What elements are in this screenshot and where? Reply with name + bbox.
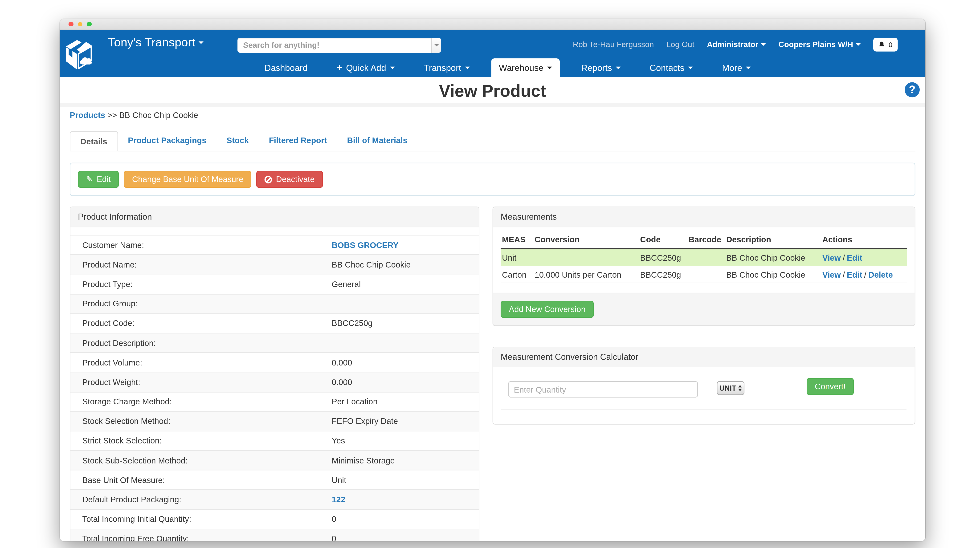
conversion-calculator-title: Measurement Conversion Calculator	[493, 347, 915, 367]
delete-link[interactable]: Delete	[868, 270, 893, 279]
col-header-meas: MEAS	[501, 235, 535, 244]
measurements-footer: Add New Conversion	[493, 293, 915, 326]
add-new-conversion-button[interactable]: Add New Conversion	[501, 301, 593, 318]
edit-link[interactable]: Edit	[847, 270, 862, 279]
info-label: Strict Stock Selection:	[82, 436, 332, 446]
info-row: Product Volume: 0.000	[70, 352, 479, 372]
view-link[interactable]: View	[822, 270, 841, 279]
action-separator: /	[843, 253, 845, 262]
edit-button[interactable]: ✎ Edit	[78, 171, 119, 188]
chevron-down-icon	[688, 67, 693, 69]
cell-meas: Unit	[501, 253, 535, 262]
cell-meas: Carton	[501, 270, 535, 279]
info-row: Product Code: BBCC250g	[70, 313, 479, 333]
col-header-conversion: Conversion	[535, 235, 640, 244]
menu-label: Warehouse	[499, 59, 544, 77]
breadcrumb-separator: >>	[107, 110, 117, 120]
info-value: BBCC250g	[332, 319, 479, 328]
breadcrumb-products-link[interactable]: Products	[70, 110, 105, 120]
unit-select[interactable]: UNIT	[717, 381, 745, 395]
notifications-button[interactable]: 0	[873, 38, 898, 52]
menu-item-contacts[interactable]: Contacts	[642, 59, 701, 77]
menu-item-transport[interactable]: Transport	[416, 59, 477, 77]
change-base-unit-label: Change Base Unit Of Measure	[132, 175, 243, 184]
menu-item-warehouse[interactable]: Warehouse	[492, 59, 560, 77]
col-header-actions: Actions	[822, 235, 907, 244]
info-label: Base Unit Of Measure:	[82, 475, 332, 484]
info-value: Minimise Storage	[332, 456, 479, 465]
info-label: Product Group:	[82, 299, 332, 308]
default-packaging-link[interactable]: 122	[332, 495, 345, 504]
info-row: Customer Name: BOBS GROCERY	[70, 235, 479, 254]
screen: Tony's Transport Rob Te-Hau Fergusson Lo…	[0, 0, 980, 548]
info-row: Product Group:	[70, 294, 479, 313]
search-input[interactable]	[237, 38, 431, 53]
menu-item-reports[interactable]: Reports	[574, 59, 628, 77]
product-information-title: Product Information	[70, 207, 479, 227]
col-header-code: Code	[640, 235, 688, 244]
brand-menu[interactable]: Tony's Transport	[108, 35, 204, 50]
change-base-unit-button[interactable]: Change Base Unit Of Measure	[124, 171, 251, 188]
col-header-description: Description	[726, 235, 822, 244]
warehouse-site-label: Coopers Plains W/H	[779, 40, 853, 49]
cell-conversion: 10.000 Units per Carton	[535, 270, 640, 279]
info-label: Default Product Packaging:	[82, 495, 332, 504]
deactivate-button[interactable]: Deactivate	[256, 171, 323, 188]
global-search	[237, 38, 441, 53]
cell-code: BBCC250g	[640, 253, 688, 262]
conversion-calculator-panel: Measurement Conversion Calculator UNIT C…	[493, 347, 915, 425]
chevron-down-icon	[434, 44, 439, 47]
tab-stock[interactable]: Stock	[216, 131, 259, 151]
select-arrows-icon	[738, 385, 742, 391]
convert-button[interactable]: Convert!	[807, 378, 854, 395]
minimize-window-button[interactable]	[78, 22, 82, 27]
info-label: Total Incoming Initial Quantity:	[82, 515, 332, 524]
quantity-input[interactable]	[508, 381, 698, 397]
menu-item-dashboard[interactable]: Dashboard	[257, 59, 315, 77]
tab-details[interactable]: Details	[70, 131, 118, 151]
menu-item-more[interactable]: More	[714, 59, 758, 77]
action-separator: /	[843, 270, 845, 279]
help-button[interactable]: ?	[905, 82, 920, 97]
edit-link[interactable]: Edit	[847, 253, 862, 262]
tab-filtered-report[interactable]: Filtered Report	[259, 131, 337, 151]
search-dropdown-button[interactable]	[431, 38, 441, 53]
chevron-down-icon	[616, 67, 621, 69]
page-content: View Product ? Products >> BB Choc Chip …	[60, 77, 925, 542]
warehouse-site-menu[interactable]: Coopers Plains W/H	[779, 40, 861, 49]
info-value: Unit	[332, 475, 479, 484]
close-window-button[interactable]	[68, 22, 73, 27]
role-menu[interactable]: Administrator	[707, 40, 766, 49]
tab-product-packagings[interactable]: Product Packagings	[118, 131, 216, 151]
info-value: FEFO Expiry Date	[332, 416, 479, 426]
top-navbar: Tony's Transport Rob Te-Hau Fergusson Lo…	[60, 30, 925, 77]
info-value: 0	[332, 515, 479, 524]
notification-count: 0	[889, 41, 892, 48]
measurement-row-carton: Carton 10.000 Units per Carton BBCC250g …	[501, 266, 907, 283]
brand-label: Tony's Transport	[108, 35, 195, 50]
view-link[interactable]: View	[822, 253, 841, 262]
menu-item-quick-add[interactable]: + Quick Add	[329, 59, 402, 77]
action-separator: /	[864, 270, 867, 279]
info-row: Product Description:	[70, 333, 479, 352]
breadcrumb-current: BB Choc Chip Cookie	[119, 110, 198, 120]
customer-link[interactable]: BOBS GROCERY	[332, 240, 399, 249]
cell-description: BB Choc Chip Cookie	[726, 253, 822, 262]
info-label: Stock Sub-Selection Method:	[82, 456, 332, 465]
menu-label: Reports	[581, 59, 612, 77]
title-divider	[60, 103, 925, 107]
main-menu: Dashboard + Quick Add Transport Warehous…	[257, 59, 759, 77]
unit-select-value: UNIT	[719, 384, 737, 392]
info-row: Default Product Packaging: 122	[70, 489, 479, 509]
info-row: Storage Charge Method: Per Location	[70, 392, 479, 411]
info-value: Per Location	[332, 397, 479, 407]
col-header-barcode: Barcode	[689, 235, 726, 244]
info-row: Base Unit Of Measure: Unit	[70, 470, 479, 489]
logout-link[interactable]: Log Out	[667, 40, 694, 49]
chevron-down-icon	[746, 67, 751, 69]
info-row: Total Incoming Initial Quantity: 0	[70, 509, 479, 529]
actions-toolbar: ✎ Edit Change Base Unit Of Measure Deact…	[70, 163, 915, 196]
zoom-window-button[interactable]	[87, 22, 91, 27]
tab-bill-of-materials[interactable]: Bill of Materials	[337, 131, 418, 151]
info-row: Stock Selection Method: FEFO Expiry Date	[70, 411, 479, 431]
